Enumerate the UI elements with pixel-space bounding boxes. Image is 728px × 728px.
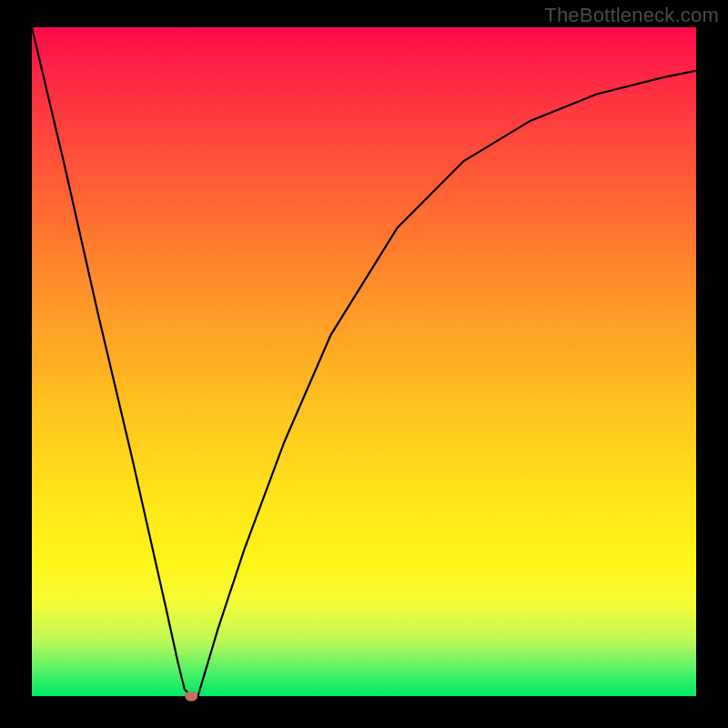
bottleneck-curve xyxy=(32,27,696,696)
chart-frame: TheBottleneck.com xyxy=(0,0,728,728)
curve-path xyxy=(32,27,696,696)
plot-area xyxy=(32,27,696,696)
curve-min-marker xyxy=(185,692,197,702)
watermark-text: TheBottleneck.com xyxy=(544,4,719,27)
